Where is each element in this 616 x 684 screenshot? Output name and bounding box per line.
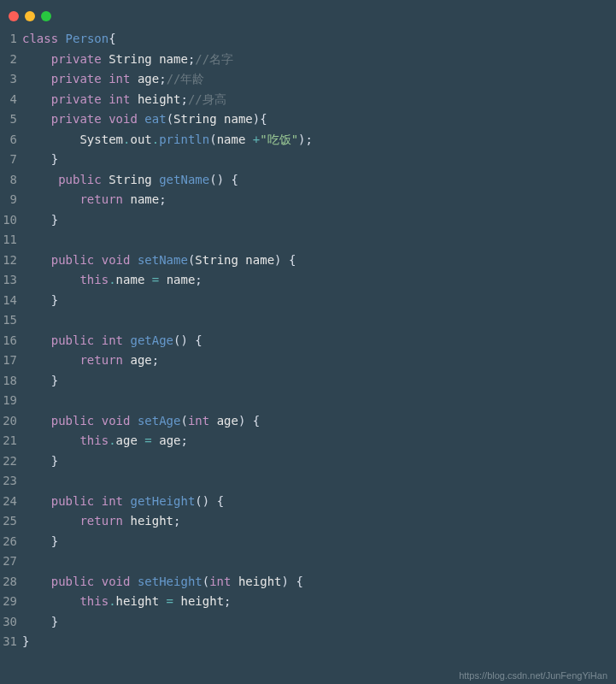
line-content[interactable]: return name;	[22, 190, 167, 210]
line-number: 22	[0, 451, 22, 472]
line-content[interactable]: this.age = age;	[22, 431, 188, 451]
line-number: 4	[0, 90, 22, 110]
line-number: 3	[0, 69, 22, 90]
line-content[interactable]: }	[22, 210, 58, 231]
line-content[interactable]: public int getAge() {	[22, 331, 202, 351]
line-number: 24	[0, 492, 22, 512]
line-number: 11	[0, 230, 22, 251]
code-line[interactable]: 17 return age;	[0, 351, 616, 371]
zoom-icon[interactable]	[41, 11, 51, 21]
line-content[interactable]: System.out.println(name +"吃饭");	[22, 130, 313, 150]
code-line[interactable]: 13 this.name = name;	[0, 270, 616, 291]
line-number: 17	[0, 351, 22, 371]
line-content[interactable]: return age;	[22, 351, 159, 371]
line-number: 30	[0, 612, 22, 633]
line-number: 26	[0, 532, 22, 552]
code-line[interactable]: 26 }	[0, 532, 616, 552]
line-content[interactable]: public String getName() {	[22, 170, 238, 191]
line-content[interactable]: }	[22, 291, 58, 311]
code-line[interactable]: 20 public void setAge(int age) {	[0, 411, 616, 432]
line-number: 2	[0, 50, 22, 70]
line-number: 15	[0, 310, 22, 331]
line-content[interactable]: }	[22, 612, 58, 633]
line-number: 29	[0, 592, 22, 612]
line-number: 10	[0, 210, 22, 231]
code-line[interactable]: 12 public void setName(String name) {	[0, 251, 616, 271]
code-line[interactable]: 21 this.age = age;	[0, 431, 616, 451]
window-titlebar	[0, 7, 616, 26]
line-number: 31	[0, 632, 22, 652]
line-number: 25	[0, 511, 22, 532]
line-number: 23	[0, 471, 22, 492]
line-content[interactable]: private int age;//年龄	[22, 69, 205, 90]
line-number: 27	[0, 551, 22, 572]
line-content[interactable]: }	[22, 632, 29, 652]
line-content[interactable]: public void setName(String name) {	[22, 251, 296, 271]
code-line[interactable]: 18 }	[0, 371, 616, 392]
code-line[interactable]: 2 private String name;//名字	[0, 50, 616, 70]
code-line[interactable]: 15	[0, 310, 616, 331]
code-line[interactable]: 11	[0, 230, 616, 251]
line-content[interactable]: }	[22, 371, 58, 392]
code-line[interactable]: 3 private int age;//年龄	[0, 69, 616, 90]
line-number: 21	[0, 431, 22, 451]
code-area[interactable]: 1class Person{2 private String name;//名字…	[0, 26, 616, 652]
close-icon[interactable]	[9, 11, 19, 21]
code-line[interactable]: 8 public String getName() {	[0, 170, 616, 191]
line-content[interactable]: private void eat(String name){	[22, 109, 267, 130]
line-content[interactable]: }	[22, 150, 58, 170]
code-line[interactable]: 29 this.height = height;	[0, 592, 616, 612]
line-number: 7	[0, 150, 22, 170]
line-content[interactable]: this.height = height;	[22, 592, 232, 612]
code-line[interactable]: 14 }	[0, 291, 616, 311]
line-number: 1	[0, 29, 22, 50]
code-line[interactable]: 28 public void setHeight(int height) {	[0, 572, 616, 593]
line-content[interactable]: this.name = name;	[22, 270, 202, 291]
code-line[interactable]: 4 private int height;//身高	[0, 90, 616, 110]
code-line[interactable]: 22 }	[0, 451, 616, 472]
code-line[interactable]: 19	[0, 391, 616, 411]
code-editor: 1class Person{2 private String name;//名字…	[0, 0, 616, 652]
line-content[interactable]: private String name;//名字	[22, 50, 233, 70]
code-line[interactable]: 7 }	[0, 150, 616, 170]
minimize-icon[interactable]	[25, 11, 35, 21]
code-line[interactable]: 25 return height;	[0, 511, 616, 532]
code-line[interactable]: 30 }	[0, 612, 616, 633]
line-content[interactable]: public int getHeight() {	[22, 492, 224, 512]
line-number: 14	[0, 291, 22, 311]
code-line[interactable]: 16 public int getAge() {	[0, 331, 616, 351]
line-content[interactable]: private int height;//身高	[22, 90, 226, 110]
line-number: 16	[0, 331, 22, 351]
code-line[interactable]: 1class Person{	[0, 29, 616, 50]
code-line[interactable]: 5 private void eat(String name){	[0, 109, 616, 130]
line-number: 19	[0, 391, 22, 411]
line-number: 18	[0, 371, 22, 392]
watermark: https://blog.csdn.net/JunFengYiHan	[459, 670, 607, 681]
line-content[interactable]: class Person{	[22, 29, 116, 50]
line-number: 5	[0, 109, 22, 130]
code-line[interactable]: 24 public int getHeight() {	[0, 492, 616, 512]
code-line[interactable]: 10 }	[0, 210, 616, 231]
line-content[interactable]: public void setHeight(int height) {	[22, 572, 303, 593]
code-line[interactable]: 6 System.out.println(name +"吃饭");	[0, 130, 616, 150]
line-number: 28	[0, 572, 22, 593]
code-line[interactable]: 31}	[0, 632, 616, 652]
line-content[interactable]: return height;	[22, 511, 180, 532]
line-content[interactable]: }	[22, 451, 58, 472]
code-line[interactable]: 9 return name;	[0, 190, 616, 210]
line-number: 8	[0, 170, 22, 191]
line-number: 9	[0, 190, 22, 210]
line-number: 13	[0, 270, 22, 291]
line-number: 6	[0, 130, 22, 150]
line-number: 12	[0, 251, 22, 271]
code-line[interactable]: 23	[0, 471, 616, 492]
line-number: 20	[0, 411, 22, 432]
line-content[interactable]: }	[22, 532, 58, 552]
code-line[interactable]: 27	[0, 551, 616, 572]
line-content[interactable]: public void setAge(int age) {	[22, 411, 260, 432]
